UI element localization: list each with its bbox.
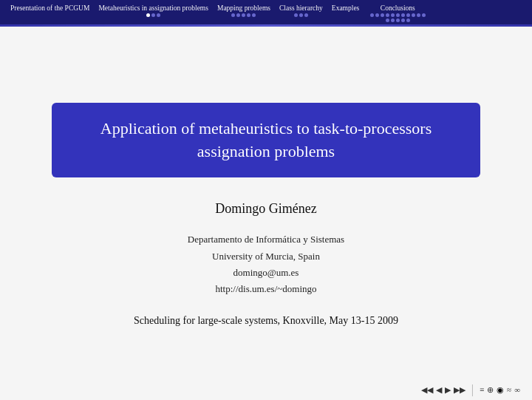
author-name: Domingo Giménez <box>215 201 316 217</box>
nav-item-assignation[interactable]: Metaheuristics in assignation problems <box>94 3 213 18</box>
dot-3 <box>157 13 160 17</box>
email-address: domingo@um.es <box>188 265 344 281</box>
title-line1: Application of metaheuristics to task-to… <box>100 119 432 138</box>
dot-m5 <box>252 13 256 17</box>
nav-label-class: Class hierarchy <box>279 4 323 13</box>
nav-zoom-icon[interactable]: ⊕ <box>487 385 494 395</box>
university-name: University of Murcia, Spain <box>188 248 344 265</box>
nav-label-mapping: Mapping problems <box>217 4 270 13</box>
nav-first-icon[interactable]: ◀◀ <box>421 385 433 395</box>
dot-c1 <box>294 13 298 17</box>
dot-c3 <box>304 13 308 17</box>
dot-1 <box>146 13 150 17</box>
nav-settings-icon[interactable]: ◉ <box>497 385 504 395</box>
nav-item-examples[interactable]: Examples <box>327 3 364 13</box>
slide-title: Application of metaheuristics to task-to… <box>78 118 454 163</box>
nav-item-mapping[interactable]: Mapping problems <box>213 3 275 18</box>
dept-name: Departamento de Informática y Sistemas <box>188 231 344 248</box>
nav-label-examples: Examples <box>332 4 359 13</box>
nav-dots-class <box>279 13 323 17</box>
conference-info: Scheduling for large-scale systems, Knox… <box>134 315 398 327</box>
nav-dots-mapping <box>217 13 270 17</box>
dot-m3 <box>242 13 245 17</box>
nav-separator: | <box>471 383 474 396</box>
nav-last-icon[interactable]: ▶▶ <box>454 385 466 395</box>
nav-label-assignation: Metaheuristics in assignation problems <box>98 4 208 13</box>
bottom-navigation: ◀◀ ◀ ▶ ▶▶ | ≡ ⊕ ◉ ≈ ∞ <box>421 383 520 396</box>
nav-label-pcgum: Presentation of the PCGUM <box>10 4 89 13</box>
nav-item-conclusions[interactable]: Conclusions <box>364 3 432 23</box>
dot-c2 <box>299 13 303 17</box>
nav-dots-conclusions <box>368 13 427 22</box>
nav-dots-assignation <box>98 13 208 17</box>
affiliation-block: Departamento de Informática y Sistemas U… <box>188 231 344 296</box>
nav-menu-icon[interactable]: ≡ <box>480 385 484 394</box>
nav-item-class[interactable]: Class hierarchy <box>275 3 327 18</box>
slide-title-box: Application of metaheuristics to task-to… <box>52 103 480 178</box>
nav-label-conclusions: Conclusions <box>368 4 427 13</box>
navigation-bar: Presentation of the PCGUM Metaheuristics… <box>0 0 532 24</box>
nav-next-icon[interactable]: ▶ <box>445 385 451 395</box>
nav-extra2-icon[interactable]: ∞ <box>514 385 520 394</box>
slide-content: Application of metaheuristics to task-to… <box>0 27 532 400</box>
dot-m2 <box>236 13 240 17</box>
nav-prev-icon[interactable]: ◀ <box>436 385 442 395</box>
website-url: http://dis.um.es/~domingo <box>188 281 344 297</box>
dot-m1 <box>231 13 235 17</box>
nav-extra-icon[interactable]: ≈ <box>507 385 511 394</box>
nav-item-pcgum[interactable]: Presentation of the PCGUM <box>6 3 94 13</box>
dot-m4 <box>247 13 250 17</box>
dot-2 <box>151 13 155 17</box>
title-line2: assignation problems <box>197 142 335 160</box>
